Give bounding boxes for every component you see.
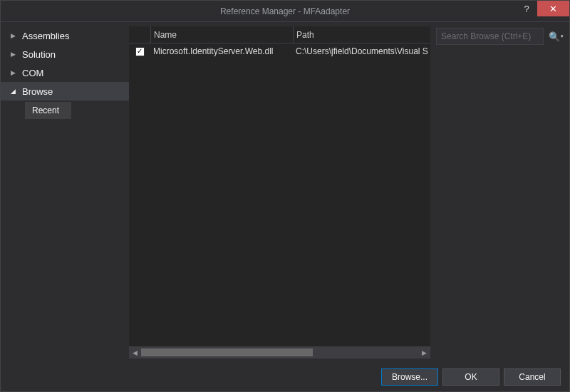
close-icon: ✕ — [549, 4, 557, 14]
cancel-button[interactable]: Cancel — [504, 368, 561, 386]
close-button[interactable]: ✕ — [537, 1, 569, 16]
search-placeholder: Search Browse (Ctrl+E) — [441, 31, 531, 41]
search-input[interactable]: Search Browse (Ctrl+E) — [436, 28, 544, 45]
help-icon: ? — [524, 4, 529, 14]
scrollbar-track[interactable] — [141, 346, 418, 359]
sidebar-item-label: Assemblies — [22, 31, 69, 41]
sidebar-subitem-label: Recent — [32, 105, 59, 115]
sidebar-item-solution[interactable]: ▶ Solution — [1, 45, 129, 63]
details-pane: Search Browse (Ctrl+E) 🔍▾ — [430, 22, 569, 363]
sidebar-item-assemblies[interactable]: ▶ Assemblies — [1, 26, 129, 45]
browse-button[interactable]: Browse... — [381, 368, 438, 386]
list-header: Name Path — [129, 26, 430, 43]
titlebar: Reference Manager - MFAadapter ? ✕ — [1, 1, 569, 22]
column-header-path[interactable]: Path — [293, 26, 430, 43]
dropdown-caret-icon: ▾ — [561, 33, 564, 39]
sidebar-item-label: COM — [22, 68, 43, 78]
chevron-right-icon: ▶ — [11, 32, 19, 39]
column-header-name[interactable]: Name — [150, 26, 293, 43]
scroll-left-icon[interactable]: ◀ — [129, 346, 141, 359]
scroll-right-icon[interactable]: ▶ — [418, 346, 430, 359]
sidebar-item-label: Solution — [22, 49, 56, 60]
window-title: Reference Manager - MFAadapter — [220, 6, 350, 16]
chevron-right-icon: ▶ — [11, 51, 19, 58]
list-row[interactable]: ✓ Microsoft.IdentityServer.Web.dll C:\Us… — [129, 43, 430, 59]
help-button[interactable]: ? — [516, 1, 537, 16]
reference-list-pane: Name Path ✓ Micr — [129, 22, 430, 363]
reference-manager-window: Reference Manager - MFAadapter ? ✕ ▶ Ass… — [0, 0, 570, 392]
row-path: C:\Users\jfield\Documents\Visual S — [293, 46, 430, 56]
row-checkbox[interactable]: ✓ — [135, 47, 145, 56]
sidebar-item-label: Browse — [22, 86, 53, 97]
sidebar-subitem-recent[interactable]: Recent — [25, 102, 71, 119]
search-button[interactable]: 🔍▾ — [548, 29, 564, 44]
horizontal-scrollbar[interactable]: ◀ ▶ — [129, 346, 430, 359]
dialog-footer: Browse... OK Cancel — [1, 363, 569, 391]
ok-button[interactable]: OK — [442, 368, 499, 386]
category-sidebar: ▶ Assemblies ▶ Solution ▶ COM ◢ Browse R… — [1, 22, 129, 363]
row-name: Microsoft.IdentityServer.Web.dll — [150, 46, 293, 56]
chevron-right-icon: ▶ — [11, 69, 19, 76]
sidebar-item-browse[interactable]: ◢ Browse — [1, 82, 129, 100]
scrollbar-thumb[interactable] — [141, 349, 313, 356]
search-icon: 🔍 — [549, 31, 560, 42]
chevron-down-icon: ◢ — [11, 88, 19, 95]
check-icon: ✓ — [137, 48, 142, 55]
sidebar-item-com[interactable]: ▶ COM — [1, 63, 129, 82]
